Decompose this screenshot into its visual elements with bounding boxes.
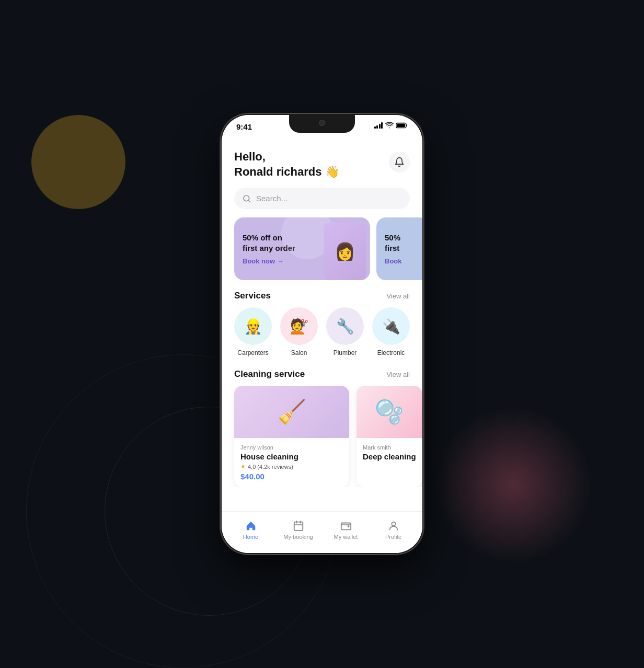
phone-mockup: 9:41 xyxy=(220,113,424,555)
nav-profile-label: Profile xyxy=(385,534,401,540)
promo-card-1[interactable]: 50% off onfirst any order Book now → 👩 xyxy=(234,217,370,280)
card-provider-2: Mark smith xyxy=(363,444,416,451)
card-body-2: Mark smith Deep cleaning xyxy=(356,438,422,469)
phone-screen: 9:41 xyxy=(222,115,422,553)
search-placeholder: Search... xyxy=(256,194,288,203)
card-body-1: Jenny wilson House cleaning ★ 4.0 (4.2k … xyxy=(234,438,349,487)
carpenter-label: Carpenters xyxy=(237,349,268,356)
greeting-line1: Hello, xyxy=(234,149,339,165)
search-bar[interactable]: Search... xyxy=(234,188,410,209)
card-image-2: 🫧 xyxy=(356,386,422,438)
rating-value-1: 4.0 (4.2k reviews) xyxy=(248,464,293,470)
services-view-all[interactable]: View all xyxy=(386,292,410,300)
wallet-icon xyxy=(340,520,352,532)
promo-cta-2[interactable]: Book xyxy=(385,257,402,265)
svg-point-8 xyxy=(392,522,395,525)
promo-card-2[interactable]: 50%first Book xyxy=(376,217,422,280)
front-camera xyxy=(319,120,325,126)
cleaning-card-2[interactable]: 🫧 Mark smith Deep cleaning xyxy=(356,386,422,487)
bg-decoration-pink xyxy=(435,407,592,563)
search-icon xyxy=(243,194,251,203)
promo-image-1: 👩 xyxy=(324,223,366,280)
nav-home[interactable]: Home xyxy=(235,520,267,540)
svg-rect-1 xyxy=(397,123,405,127)
cleaning-card-1[interactable]: 🧹 Jenny wilson House cleaning ★ 4.0 (4.2… xyxy=(234,386,349,487)
battery-icon xyxy=(396,122,408,129)
card-price-1: $40.00 xyxy=(240,472,343,481)
nav-wallet-label: My wallet xyxy=(334,534,358,540)
cleaning-section-header: Cleaning service View all xyxy=(222,369,422,386)
carpenter-avatar: 👷 xyxy=(234,307,272,345)
cleaning-view-all[interactable]: View all xyxy=(386,371,410,378)
bottom-nav: Home My booking xyxy=(222,511,422,553)
svg-rect-3 xyxy=(294,522,303,531)
nav-wallet[interactable]: My wallet xyxy=(330,520,362,540)
card-rating-1: ★ 4.0 (4.2k reviews) xyxy=(240,463,343,470)
promo-cta-1[interactable]: Book now → xyxy=(243,257,295,265)
service-item-salon[interactable]: 💇 Salon xyxy=(280,307,318,356)
cleaning-title: Cleaning service xyxy=(234,369,305,379)
nav-profile[interactable]: Profile xyxy=(378,520,409,540)
scrollable-area[interactable]: Hello, Ronald richards 👋 xyxy=(222,141,422,553)
salon-avatar: 💇 xyxy=(280,307,318,345)
services-row: 👷 Carpenters 💇 Salon 🔧 Plumber xyxy=(222,307,422,356)
electronic-label: Electronic xyxy=(377,349,405,356)
signal-icon xyxy=(374,122,383,129)
services-section-header: Services View all xyxy=(222,291,422,307)
booking-icon xyxy=(293,520,304,532)
wifi-icon xyxy=(385,122,394,129)
nav-booking-label: My booking xyxy=(283,534,313,540)
bg-decoration-olive xyxy=(31,115,125,209)
cleaning-cards-row: 🧹 Jenny wilson House cleaning ★ 4.0 (4.2… xyxy=(222,386,422,487)
card-title-2: Deep cleaning xyxy=(363,452,416,461)
notification-button[interactable] xyxy=(389,152,410,172)
salon-label: Salon xyxy=(291,349,307,356)
plumber-label: Plumber xyxy=(334,349,357,356)
service-item-electronic[interactable]: 🔌 Electronic xyxy=(372,307,410,356)
promo-banner-area: 50% off onfirst any order Book now → 👩 5… xyxy=(222,217,422,280)
services-title: Services xyxy=(234,291,271,301)
card-provider-1: Jenny wilson xyxy=(240,444,343,451)
greeting-line2: Ronald richards 👋 xyxy=(234,165,339,180)
home-icon xyxy=(245,520,257,532)
card-title-1: House cleaning xyxy=(240,452,343,461)
plumber-avatar: 🔧 xyxy=(326,307,364,345)
electronic-avatar: 🔌 xyxy=(372,307,410,345)
header-section: Hello, Ronald richards 👋 xyxy=(222,141,422,183)
card-image-1: 🧹 xyxy=(234,386,349,438)
status-icons xyxy=(374,122,408,129)
cleaning-section: Cleaning service View all 🧹 Jenny wilson xyxy=(222,369,422,496)
promo-text-2: 50%first Book xyxy=(385,233,402,265)
nav-home-label: Home xyxy=(243,534,258,540)
star-icon-1: ★ xyxy=(240,463,246,470)
service-item-carpenters[interactable]: 👷 Carpenters xyxy=(234,307,272,356)
bell-icon xyxy=(394,157,405,167)
promo-discount-2: 50%first xyxy=(385,233,402,253)
svg-rect-7 xyxy=(341,523,350,529)
nav-booking[interactable]: My booking xyxy=(283,520,314,540)
status-time: 9:41 xyxy=(236,122,252,131)
profile-icon xyxy=(388,520,399,532)
service-item-plumber[interactable]: 🔧 Plumber xyxy=(326,307,364,356)
phone-frame: 9:41 xyxy=(220,113,424,555)
screen-content: Hello, Ronald richards 👋 xyxy=(222,141,422,553)
notch xyxy=(289,115,355,133)
greeting-text: Hello, Ronald richards 👋 xyxy=(234,149,339,179)
